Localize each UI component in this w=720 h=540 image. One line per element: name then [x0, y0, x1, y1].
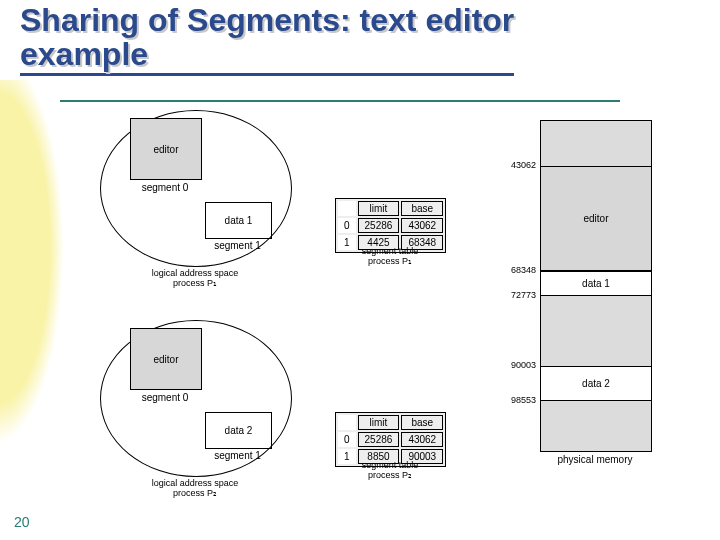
- p1-r0-limit: 25286: [358, 218, 400, 233]
- p2-segment1-caption: segment 1: [205, 450, 270, 461]
- addr-98553: 98553: [500, 395, 536, 405]
- p2-table-caption-l1: segment table: [362, 460, 419, 470]
- p1-table-blank: [338, 201, 356, 216]
- p1-th-base: base: [401, 201, 443, 216]
- p2-segment0-box: editor: [130, 328, 202, 390]
- p2-segment1-box: data 2: [205, 412, 272, 449]
- mem-data2-label: data 2: [582, 378, 610, 389]
- p1-segment0-box: editor: [130, 118, 202, 180]
- p2-table-caption-l2: process P₂: [368, 470, 412, 480]
- physical-memory: editor data 1 data 2: [540, 120, 652, 452]
- p1-table-caption-l1: segment table: [362, 246, 419, 256]
- p2-r0-limit: 25286: [358, 432, 400, 447]
- p1-segment0-label: editor: [153, 144, 178, 155]
- p1-segment1-box: data 1: [205, 202, 272, 239]
- page-number: 20: [14, 514, 30, 530]
- addr-90003: 90003: [500, 360, 536, 370]
- p1-segment1-caption: segment 1: [205, 240, 270, 251]
- p1-r0-base: 43062: [401, 218, 443, 233]
- p2-th-limit: limit: [358, 415, 400, 430]
- addr-72773: 72773: [500, 290, 536, 300]
- mem-editor-label: editor: [583, 213, 608, 224]
- p2-table-blank: [338, 415, 356, 430]
- p1-segment-table: limit base 0 25286 43062 1 4425 68348: [335, 198, 446, 253]
- p2-segment0-caption: segment 0: [130, 392, 200, 403]
- mem-data1: data 1: [541, 271, 651, 296]
- p1-r0-idx: 0: [338, 218, 356, 233]
- p1-table-caption: segment table process P₁: [340, 246, 440, 266]
- mem-data1-label: data 1: [582, 278, 610, 289]
- p2-segment1-label: data 2: [225, 425, 253, 436]
- p2-segment0-label: editor: [153, 354, 178, 365]
- p1-space-caption-l2: process P₁: [173, 278, 217, 288]
- p2-th-base: base: [401, 415, 443, 430]
- p1-th-limit: limit: [358, 201, 400, 216]
- mem-editor: editor: [541, 166, 651, 271]
- p2-space-caption-l2: process P₂: [173, 488, 217, 498]
- memory-caption: physical memory: [540, 454, 650, 465]
- p2-r0-idx: 0: [338, 432, 356, 447]
- p2-space-caption-l1: logical address space: [152, 478, 239, 488]
- p2-table-caption: segment table process P₂: [340, 460, 440, 480]
- p1-space-caption-l1: logical address space: [152, 268, 239, 278]
- p1-table-caption-l2: process P₁: [368, 256, 412, 266]
- p2-r0-base: 43062: [401, 432, 443, 447]
- p1-segment0-caption: segment 0: [130, 182, 200, 193]
- mem-data2: data 2: [541, 366, 651, 401]
- p1-space-caption: logical address space process P₁: [130, 268, 260, 288]
- p2-segment-table: limit base 0 25286 43062 1 8850 90003: [335, 412, 446, 467]
- p2-space-caption: logical address space process P₂: [130, 478, 260, 498]
- p1-segment1-label: data 1: [225, 215, 253, 226]
- addr-43062: 43062: [500, 160, 536, 170]
- diagram-stage: editor segment 0 data 1 segment 1 logica…: [0, 0, 720, 540]
- addr-68348: 68348: [500, 265, 536, 275]
